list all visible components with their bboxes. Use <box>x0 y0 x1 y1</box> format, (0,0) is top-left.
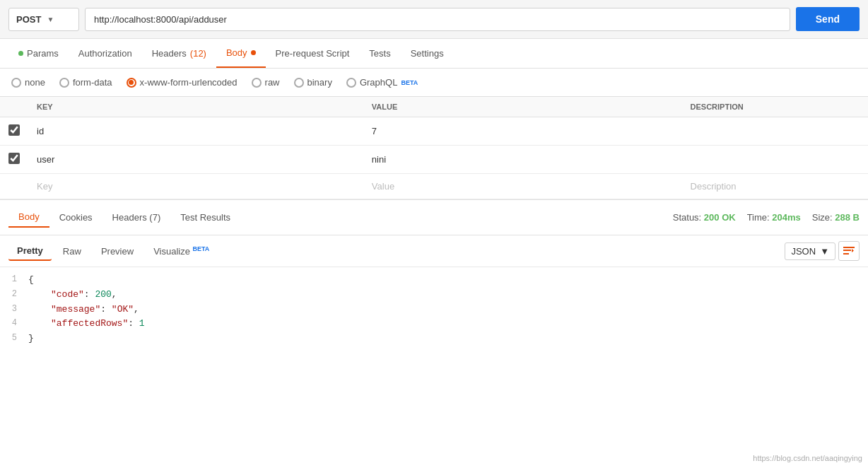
code-line-2: 2 "code": 200, <box>0 288 868 303</box>
resp-tab-test-results-label: Test Results <box>180 212 230 223</box>
tab-settings[interactable]: Settings <box>401 40 454 67</box>
resp-tab-headers-label: Headers (7) <box>112 212 161 223</box>
wrap-button[interactable] <box>838 241 860 261</box>
line-content-1: { <box>28 273 868 288</box>
empty-key[interactable]: Key <box>28 174 363 199</box>
radio-graphql <box>346 78 356 88</box>
radio-none <box>11 78 21 88</box>
radio-urlencoded-inner <box>129 80 134 85</box>
radio-urlencoded <box>127 78 136 88</box>
body-type-urlencoded[interactable]: x-www-form-urlencoded <box>127 77 237 88</box>
row1-key[interactable]: id <box>28 117 363 146</box>
body-type-graphql-label: GraphQL <box>360 77 397 88</box>
body-type-binary[interactable]: binary <box>294 77 332 88</box>
tab-settings-label: Settings <box>411 48 444 59</box>
body-dot <box>251 50 256 55</box>
row2-description[interactable] <box>682 146 868 174</box>
params-dot <box>18 51 23 56</box>
resp-tab-body[interactable]: Body <box>8 207 49 228</box>
line-content-4: "affectedRows": 1 <box>28 317 868 332</box>
body-type-none[interactable]: none <box>11 77 45 88</box>
tab-body-label: Body <box>226 47 247 58</box>
size-value: 288 B <box>835 212 860 223</box>
format-select[interactable]: JSON ▼ <box>785 242 835 260</box>
graphql-beta-badge: BETA <box>401 79 418 86</box>
headers-count: (12) <box>190 48 206 59</box>
tab-headers-label: Headers <box>152 48 187 59</box>
format-label: JSON <box>791 246 816 257</box>
col-value-header: VALUE <box>363 97 682 117</box>
status-label: Status: 200 OK <box>673 212 736 223</box>
table-row: user nini <box>0 146 868 174</box>
radio-formdata <box>59 78 69 88</box>
method-select[interactable]: POST ▼ <box>8 8 79 31</box>
line-num-4: 4 <box>0 317 28 332</box>
method-label: POST <box>16 14 41 25</box>
col-checkbox <box>0 97 28 117</box>
wrap-icon <box>843 245 855 257</box>
response-bar: Body Cookies Headers (7) Test Results St… <box>0 199 868 235</box>
time-label: Time: 204ms <box>747 212 801 223</box>
body-type-urlencoded-label: x-www-form-urlencoded <box>140 77 237 88</box>
resp-tab-test-results[interactable]: Test Results <box>170 208 240 227</box>
radio-binary <box>294 78 304 88</box>
tab-authorization[interactable]: Authorization <box>69 40 142 67</box>
resp-tab-cookies[interactable]: Cookies <box>49 208 102 227</box>
resp-tab-body-label: Body <box>18 211 40 222</box>
resp-tab-headers[interactable]: Headers (7) <box>102 208 171 227</box>
code-line-3: 3 "message": "OK", <box>0 303 868 317</box>
col-key-header: KEY <box>28 97 363 117</box>
body-type-formdata[interactable]: form-data <box>59 77 112 88</box>
tab-prerequest[interactable]: Pre-request Script <box>266 40 360 67</box>
table-row-empty: Key Value Description <box>0 174 868 199</box>
code-line-1: 1 { <box>0 273 868 288</box>
visualize-beta-badge: BETA <box>193 245 210 252</box>
tab-body[interactable]: Body <box>216 39 266 68</box>
tab-params[interactable]: Params <box>8 40 69 67</box>
code-toolbar: Pretty Raw Preview Visualize BETA JSON ▼ <box>0 235 868 267</box>
top-bar: POST ▼ Send <box>0 0 868 39</box>
row1-value[interactable]: 7 <box>363 117 682 146</box>
line-content-3: "message": "OK", <box>28 303 868 317</box>
method-dropdown-arrow: ▼ <box>47 16 54 23</box>
body-type-raw[interactable]: raw <box>252 77 280 88</box>
empty-checkbox-cell <box>0 174 28 199</box>
tab-tests-label: Tests <box>369 48 390 59</box>
row2-checkbox[interactable] <box>8 153 20 164</box>
tab-tests[interactable]: Tests <box>359 40 400 67</box>
size-label: Size: 288 B <box>812 212 860 223</box>
code-tab-pretty[interactable]: Pretty <box>8 242 52 261</box>
body-type-raw-label: raw <box>265 77 280 88</box>
empty-value[interactable]: Value <box>363 174 682 199</box>
svg-rect-2 <box>843 253 849 255</box>
row2-key[interactable]: user <box>28 146 363 174</box>
response-tabs: Body Cookies Headers (7) Test Results <box>8 207 240 228</box>
body-type-graphql[interactable]: GraphQL BETA <box>346 77 418 88</box>
body-type-formdata-label: form-data <box>73 77 112 88</box>
code-tab-visualize[interactable]: Visualize BETA <box>145 242 218 260</box>
url-input[interactable] <box>85 8 790 31</box>
svg-rect-1 <box>843 250 851 251</box>
format-arrow: ▼ <box>820 246 829 257</box>
code-line-5: 5 } <box>0 332 868 346</box>
code-tab-raw[interactable]: Raw <box>54 242 90 260</box>
code-tab-preview[interactable]: Preview <box>93 242 142 260</box>
line-num-5: 5 <box>0 332 28 346</box>
row1-description[interactable] <box>682 117 868 146</box>
line-num-2: 2 <box>0 288 28 303</box>
tab-authorization-label: Authorization <box>78 48 132 59</box>
send-button[interactable]: Send <box>796 7 860 31</box>
line-num-1: 1 <box>0 273 28 288</box>
body-type-bar: none form-data x-www-form-urlencoded raw… <box>0 69 868 97</box>
row2-value[interactable]: nini <box>363 146 682 174</box>
params-table: KEY VALUE DESCRIPTION id 7 user nini Key… <box>0 97 868 199</box>
row1-checkbox[interactable] <box>8 124 20 136</box>
response-meta: Status: 200 OK Time: 204ms Size: 288 B <box>673 212 860 223</box>
status-value: 200 OK <box>704 212 736 223</box>
body-type-binary-label: binary <box>307 77 332 88</box>
empty-description[interactable]: Description <box>682 174 868 199</box>
resp-tab-cookies-label: Cookies <box>59 212 93 223</box>
tab-headers[interactable]: Headers (12) <box>142 40 216 67</box>
tab-prerequest-label: Pre-request Script <box>276 48 350 59</box>
col-desc-header: DESCRIPTION <box>682 97 868 117</box>
